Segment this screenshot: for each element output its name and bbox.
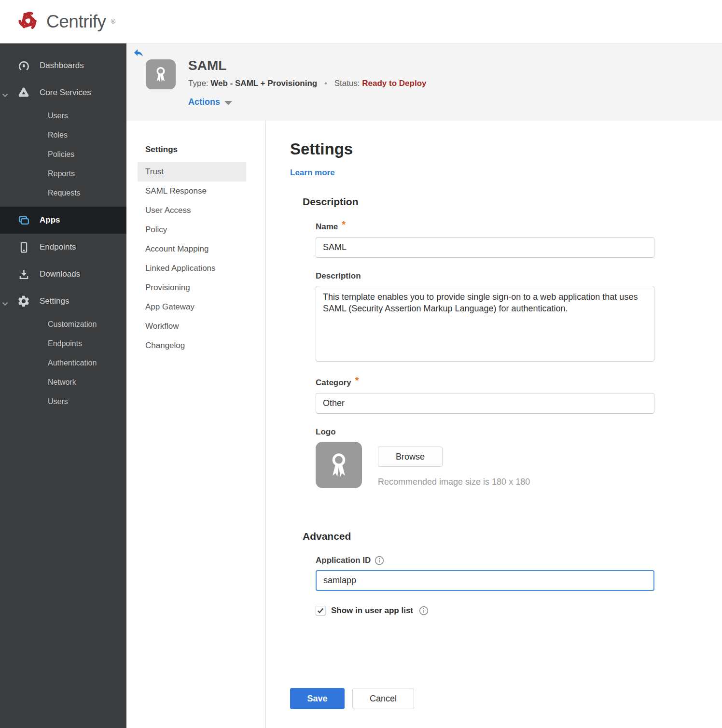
sidebar-subitem-reports[interactable]: Reports [0,164,126,183]
sidebar-item-apps[interactable]: Apps [0,207,126,234]
description-label: Description [316,271,361,281]
subnav-item-trust[interactable]: Trust [138,162,246,182]
sidebar-item-dashboards[interactable]: Dashboards [0,52,126,79]
sidebar-item-downloads[interactable]: Downloads [0,261,126,288]
sidebar-item-label: Downloads [40,269,80,279]
subnav-item-app-gateway[interactable]: App Gateway [138,297,246,317]
caret-down-icon [224,101,232,105]
advanced-section-title: Advanced [303,531,722,542]
subnav-item-account-mapping[interactable]: Account Mapping [138,239,246,259]
type-value: Web - SAML + Provisioning [210,79,317,88]
sidebar-subitem-customization[interactable]: Customization [0,315,126,334]
sidebar-subitem-users[interactable]: Users [0,106,126,126]
sidebar-item-label: Endpoints [40,242,76,252]
app-logo-badge-icon [146,59,176,89]
form-footer: Save Cancel [290,688,722,709]
subnav-item-saml-response[interactable]: SAML Response [138,182,246,201]
subnav-item-workflow[interactable]: Workflow [138,317,246,336]
apps-icon [16,213,31,227]
advanced-section: Advanced Application ID [303,531,722,616]
show-in-user-app-list-label: Show in user app list [331,606,413,616]
category-input[interactable] [316,393,654,414]
chevron-down-icon [2,299,8,308]
name-label: Name [316,222,338,232]
logo-preview-badge-icon [316,442,362,488]
app-meta-line: Type: Web - SAML + Provisioning • Status… [188,79,426,88]
sidebar: Dashboards Core Services Users Roles Pol… [0,43,126,728]
sidebar-item-settings[interactable]: Settings [0,288,126,315]
actions-dropdown[interactable]: Actions [188,97,232,107]
subnav-title: Settings [138,145,265,154]
top-bar: Centrify ® [0,0,722,43]
description-section-title: Description [303,196,722,208]
centrify-admin-page: Centrify ® Dashboards [0,0,722,728]
category-label: Category [316,378,351,388]
name-input[interactable] [316,237,654,258]
logo-field-group: Logo Browse [316,427,722,488]
meta-separator: • [324,79,327,88]
info-icon[interactable] [375,556,384,565]
save-button[interactable]: Save [290,688,345,709]
description-field-group: Description This template enables you to… [316,271,722,364]
app-title: SAML [188,58,226,73]
status-label: Status: [334,79,360,88]
browse-button[interactable]: Browse [378,447,443,467]
sidebar-item-label: Apps [40,215,60,225]
application-id-label: Application ID [316,556,371,565]
page-title: Settings [290,140,722,158]
settings-panel: Settings Learn more Description Name * D… [265,121,722,728]
required-marker: * [355,375,359,386]
download-icon [16,268,31,281]
subnav-item-provisioning[interactable]: Provisioning [138,278,246,297]
show-in-user-app-list-checkbox[interactable] [316,606,325,616]
gear-icon [16,294,31,308]
type-label: Type: [188,79,208,88]
description-textarea[interactable]: This template enables you to provide sin… [316,286,654,362]
recommended-size-text: Recommended image size is 180 x 180 [378,477,530,487]
sidebar-subitem-endpoints[interactable]: Endpoints [0,334,126,353]
centrify-logo[interactable]: Centrify ® [14,7,115,36]
description-section: Description Name * Description This te [303,196,722,488]
sidebar-subitem-requests[interactable]: Requests [0,183,126,203]
application-id-field-group: Application ID [316,556,722,591]
show-in-user-app-list-row: Show in user app list [316,606,722,616]
info-icon[interactable] [419,606,429,616]
registered-mark: ® [111,18,115,25]
subnav-item-user-access[interactable]: User Access [138,201,246,220]
app-subnav: Settings Trust SAML Response User Access… [126,121,265,728]
sidebar-item-core-services[interactable]: Core Services [0,79,126,106]
category-field-group: Category * [316,377,722,414]
centrify-swirl-icon [14,7,42,36]
status-value: Ready to Deploy [362,79,426,88]
application-id-input[interactable] [316,570,654,591]
subnav-item-policy[interactable]: Policy [138,220,246,239]
subnav-item-changelog[interactable]: Changelog [138,336,246,355]
sidebar-subitem-network[interactable]: Network [0,373,126,392]
learn-more-link[interactable]: Learn more [290,168,335,178]
gauge-icon [16,59,31,72]
content-area: Settings Trust SAML Response User Access… [126,121,722,728]
sidebar-subitem-policies[interactable]: Policies [0,145,126,164]
cancel-button[interactable]: Cancel [352,688,414,709]
brand-name: Centrify [46,12,106,32]
sidebar-item-endpoints[interactable]: Endpoints [0,234,126,261]
app-header: SAML Type: Web - SAML + Provisioning • S… [126,44,722,121]
chevron-down-icon [2,91,8,99]
checkmark-icon [317,608,324,614]
subnav-item-linked-applications[interactable]: Linked Applications [138,259,246,278]
name-field-group: Name * [316,221,722,258]
sidebar-item-label: Settings [40,296,69,306]
sidebar-subitem-roles[interactable]: Roles [0,126,126,145]
sidebar-item-label: Core Services [40,88,91,98]
device-icon [16,241,31,254]
core-services-icon [16,86,31,99]
actions-label: Actions [188,97,220,107]
sidebar-subitem-authentication[interactable]: Authentication [0,353,126,373]
sidebar-subitem-users[interactable]: Users [0,392,126,411]
required-marker: * [342,219,346,230]
back-arrow-icon[interactable] [133,47,145,59]
logo-label: Logo [316,427,336,437]
sidebar-item-label: Dashboards [40,61,84,70]
